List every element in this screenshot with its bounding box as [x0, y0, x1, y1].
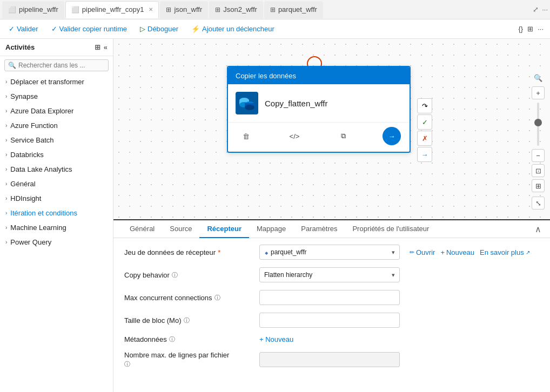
schema-button[interactable]: ⊞ [527, 25, 533, 33]
tab-recepteur[interactable]: Récepteur [199, 220, 249, 238]
copy-button[interactable]: ⧉ [334, 127, 352, 145]
tab-source[interactable]: Source [162, 220, 199, 238]
max-connections-label: Max concurrent connections ⓘ [124, 294, 254, 302]
fit-button[interactable]: ⊡ [532, 164, 545, 177]
sidebar-item-azure-data-explorer[interactable]: › Azure Data Explorer [0, 104, 113, 118]
tab-bar: ⬜ pipeline_wffr ⬜ pipeline_wffr_copy1 ✕ … [0, 0, 550, 19]
next-button[interactable]: → [383, 127, 401, 145]
add-trigger-button[interactable]: ⚡ Ajouter un déclencheur [189, 24, 277, 34]
toolbar-more-icon[interactable]: ··· [538, 25, 544, 33]
validate-button[interactable]: ✓ Valider [6, 24, 41, 34]
success-side-button[interactable]: ✓ [417, 114, 432, 130]
sidebar-item-service-batch[interactable]: › Service Batch [0, 133, 113, 147]
delete-icon: 🗑 [243, 132, 250, 140]
tab-pipeline-wffr-copy1[interactable]: ⬜ pipeline_wffr_copy1 ✕ [65, 1, 159, 18]
max-connections-input[interactable] [259, 290, 400, 305]
rotate-side-button[interactable]: ↷ [417, 98, 432, 113]
validate-copy-button[interactable]: ✓ Valider copier runtime [49, 24, 129, 34]
toolbar: ✓ Valider ✓ Valider copier runtime ▷ Déb… [0, 19, 550, 39]
sidebar-title: Activités [5, 43, 35, 51]
sidebar-item-synapse[interactable]: › Synapse [0, 89, 113, 104]
dataset-label: Jeu de données de récepteur * [124, 248, 254, 256]
tab-bar-right: ⤢ ··· [533, 5, 548, 13]
plus-icon: + [536, 89, 540, 97]
sidebar-collapse-icon[interactable]: « [104, 43, 108, 51]
open-icon: ✏ [410, 249, 414, 256]
complete-side-button[interactable]: → [417, 147, 432, 162]
sidebar-item-databricks[interactable]: › Databricks [0, 147, 113, 162]
tab-pipeline-wffr[interactable]: ⬜ pipeline_wffr [2, 1, 64, 18]
props-close-button[interactable]: ∧ [535, 224, 541, 234]
expand-canvas-button[interactable]: ⤡ [532, 197, 545, 209]
sidebar-item-hdinsight[interactable]: › HDInsight [0, 191, 113, 206]
zoom-in-button[interactable]: + [532, 86, 545, 99]
max-rows-info-icon[interactable]: ⓘ [124, 360, 130, 368]
chevron-icon-iter: › [5, 210, 7, 216]
canvas-container: Copier les données Copy_flatten_wf [113, 39, 550, 392]
new-dataset-button[interactable]: + Nouveau [440, 248, 474, 256]
chevron-icon-hdi: › [5, 195, 7, 201]
tab-mappage[interactable]: Mappage [249, 220, 293, 238]
zoom-out-button[interactable]: − [532, 149, 545, 162]
chevron-icon-deplacer: › [5, 79, 7, 85]
dataset-select[interactable]: ⬥ parquet_wffr ▾ [259, 245, 400, 260]
sidebar-item-general[interactable]: › Général [0, 177, 113, 191]
fail-side-button[interactable]: ✗ [417, 131, 432, 146]
dataset-icon-4: ⊞ [215, 6, 220, 13]
open-button[interactable]: ✏ Ouvrir [410, 248, 435, 256]
plus-new-icon: + [440, 248, 445, 256]
canvas[interactable]: Copier les données Copy_flatten_wf [113, 39, 550, 219]
zoom-thumb[interactable] [534, 119, 542, 126]
grid-icon: ⊞ [535, 182, 541, 190]
sidebar-item-power-query[interactable]: › Power Query [0, 235, 113, 249]
copy-behavior-select[interactable]: Flatten hierarchy ▾ [259, 267, 400, 282]
copy-behavior-chevron-icon: ▾ [392, 272, 395, 279]
grid-button[interactable]: ⊞ [532, 179, 545, 192]
sidebar-filter-icon[interactable]: ⊞ [95, 43, 100, 51]
zoom-search-button[interactable]: 🔍 [532, 71, 545, 84]
pipeline-icon-2: ⬜ [71, 6, 79, 13]
sidebar-item-iteration[interactable]: › Itération et conditions [0, 206, 113, 220]
close-tab-2[interactable]: ✕ [149, 6, 153, 12]
tab-parquet-wffr[interactable]: ⊞ parquet_wffr [264, 1, 323, 18]
max-rows-input[interactable] [259, 352, 400, 367]
sidebar-item-azure-function[interactable]: › Azure Function [0, 118, 113, 133]
debug-button[interactable]: ▷ Déboguer [138, 24, 180, 34]
tab-parametres[interactable]: Paramètres [293, 220, 345, 238]
zoom-controls: 🔍 + − ⊡ ⊞ ⤡ [532, 71, 545, 209]
trigger-icon: ⚡ [191, 25, 200, 33]
learn-more-button[interactable]: En savoir plus ↗ [480, 248, 530, 256]
code-action-button[interactable]: </> [285, 127, 304, 145]
sidebar-item-data-lake[interactable]: › Data Lake Analytics [0, 162, 113, 177]
properties-panel: Général Source Récepteur Mappage Paramèt… [113, 219, 550, 392]
block-size-info-icon[interactable]: ⓘ [184, 316, 190, 325]
code-button[interactable]: {} [518, 25, 523, 33]
dataset-icon-3: ⊞ [166, 6, 171, 13]
search-input[interactable] [18, 62, 105, 69]
delete-button[interactable]: 🗑 [237, 127, 255, 145]
zoom-slider[interactable] [537, 103, 539, 146]
tab-json2-wffr[interactable]: ⊞ Json2_wffr [209, 1, 263, 18]
tab-general[interactable]: Général [122, 220, 162, 238]
sidebar: Activités ⊞ « 🔍 › Déplacer et transforme… [0, 39, 113, 392]
sidebar-item-machine-learning[interactable]: › Machine Learning [0, 220, 113, 235]
max-connections-info-icon[interactable]: ⓘ [214, 294, 220, 302]
tab-json-wffr[interactable]: ⊞ json_wffr [160, 1, 208, 18]
code-icon: </> [290, 132, 300, 140]
tab-proprietes[interactable]: Propriétés de l'utilisateur [345, 220, 437, 238]
expand-icon[interactable]: ⤢ [533, 5, 539, 13]
svg-point-5 [245, 105, 254, 110]
sidebar-item-deplacer[interactable]: › Déplacer et transformer [0, 75, 113, 89]
copy-behavior-info-icon[interactable]: ⓘ [172, 271, 178, 279]
copy-behavior-value: Flatten hierarchy [264, 271, 390, 279]
metadata-new-button[interactable]: + Nouveau [259, 335, 293, 343]
chevron-icon-db: › [5, 152, 7, 158]
block-size-input[interactable] [259, 313, 400, 328]
copy-data-icon [236, 92, 258, 114]
activity-card: Copier les données Copy_flatten_wf [227, 66, 411, 153]
more-icon[interactable]: ··· [542, 5, 548, 13]
chevron-icon-pq: › [5, 239, 7, 245]
dataset-value: parquet_wffr [271, 248, 390, 256]
chevron-icon-synapse: › [5, 93, 7, 99]
metadata-info-icon[interactable]: ⓘ [169, 335, 175, 343]
